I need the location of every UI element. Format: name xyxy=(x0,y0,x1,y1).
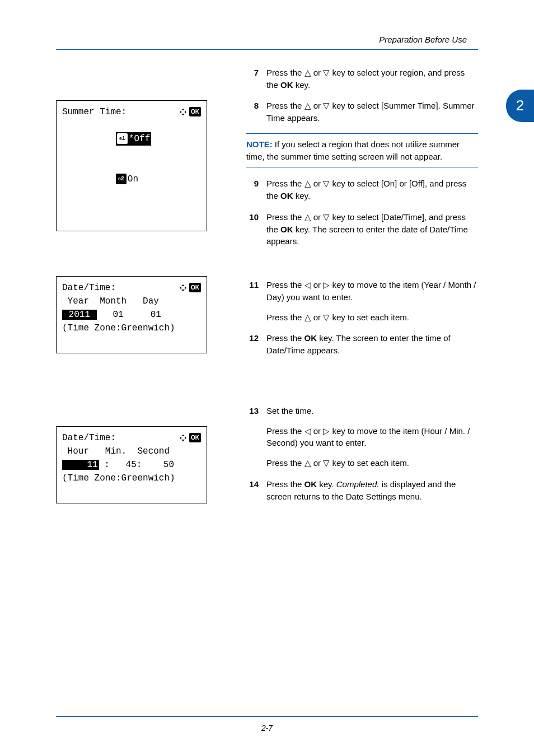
right-triangle-icon xyxy=(323,279,330,291)
step-11: 11 Press the or key to move to the item … xyxy=(246,279,478,323)
up-triangle-icon xyxy=(305,100,311,112)
step-number: 9 xyxy=(246,178,259,202)
step-8: 8 Press the or key to select [Summer Tim… xyxy=(246,100,478,124)
step-number: 10 xyxy=(246,211,259,248)
up-triangle-icon xyxy=(305,457,311,469)
step-14: 14 Press the OK key. Completed. is displ… xyxy=(246,478,478,503)
step-7: 7 Press the or key to select your region… xyxy=(246,67,478,91)
lcd2-year-selected: 2011 xyxy=(62,310,97,320)
lcd-nav-ok: OK xyxy=(179,283,201,292)
up-triangle-icon xyxy=(305,211,311,223)
lcd1-title: Summer Time: xyxy=(62,105,127,119)
lcd-time: Date/Time: OK Hour Min. Second 11 : 45: … xyxy=(56,426,207,503)
page-number: 2-7 xyxy=(0,722,534,734)
down-triangle-icon xyxy=(323,100,330,112)
lcd2-tz: (Time Zone:Greenwich) xyxy=(62,321,201,335)
lcd2-header-line: Year Month Day xyxy=(62,295,201,308)
right-triangle-icon xyxy=(323,425,330,437)
lcd-nav-ok: OK xyxy=(179,433,201,442)
step-body: Press the or key to select your region, … xyxy=(266,67,478,91)
step-13: 13 Set the time. Press the or key to mov… xyxy=(246,405,478,469)
ok-key: OK xyxy=(305,479,317,489)
up-triangle-icon xyxy=(305,67,311,79)
lcd-summer-time: Summer Time: OK 01*Off 02On xyxy=(56,100,207,231)
nav-cross-icon xyxy=(179,108,187,116)
lcd3-min-sec: : 45: 50 xyxy=(99,460,174,470)
nav-cross-icon xyxy=(179,434,187,442)
lcd2-title: Date/Time: xyxy=(62,281,116,295)
lcd2-month-day: 01 01 xyxy=(97,310,161,320)
note-box: NOTE: If you select a region that does n… xyxy=(246,133,478,168)
completed-text: Completed. xyxy=(336,479,380,489)
note-label: NOTE: xyxy=(246,139,273,149)
lcd3-tz: (Time Zone:Greenwich) xyxy=(62,472,201,485)
footer-divider xyxy=(56,716,478,717)
ok-key: OK xyxy=(305,333,317,343)
ok-badge: OK xyxy=(189,433,201,442)
step-body: Press the OK key. Completed. is displaye… xyxy=(266,478,478,503)
step-body: Press the or key to select [Summer Time]… xyxy=(266,100,478,124)
up-triangle-icon xyxy=(305,178,311,190)
step-body: Press the or key to select [Date/Time], … xyxy=(266,211,478,248)
left-triangle-icon xyxy=(305,279,311,291)
step-body: Set the time. Press the or key to move t… xyxy=(266,405,478,469)
note-text: If you select a region that does not uti… xyxy=(246,139,460,161)
lcd3-header-line: Hour Min. Second xyxy=(62,445,201,458)
chapter-number: 2 xyxy=(516,95,524,116)
lcd1-opt2: On xyxy=(128,174,138,184)
down-triangle-icon xyxy=(323,457,330,469)
nav-cross-icon xyxy=(179,284,187,292)
left-triangle-icon xyxy=(305,425,311,437)
step-body: Press the OK key. The screen to enter th… xyxy=(266,332,478,357)
lcd3-prefix xyxy=(62,460,86,470)
step-9: 9 Press the or key to select [On] or [Of… xyxy=(246,178,478,202)
ok-badge: OK xyxy=(189,283,201,292)
page-footer: 2-7 xyxy=(0,716,534,734)
down-triangle-icon xyxy=(323,311,330,324)
down-triangle-icon xyxy=(323,211,330,223)
lcd1-opt1: *Off xyxy=(129,134,150,144)
down-triangle-icon xyxy=(323,67,330,79)
step-body: Press the or key to move to the item (Ye… xyxy=(266,279,478,323)
ok-key: OK xyxy=(280,191,293,200)
step-body: Press the or key to select [On] or [Off]… xyxy=(266,178,478,202)
step-number: 8 xyxy=(246,100,259,124)
option-index-badge: 01 xyxy=(117,133,128,144)
down-triangle-icon xyxy=(323,178,330,190)
ok-key: OK xyxy=(280,225,293,234)
option-index-badge: 02 xyxy=(116,174,127,184)
step-12: 12 Press the OK key. The screen to enter… xyxy=(246,332,478,357)
step-number: 7 xyxy=(246,67,259,91)
lcd3-hour-selected: 11 xyxy=(86,460,99,470)
chapter-tab: 2 xyxy=(506,90,534,122)
page-header: Preparation Before Use xyxy=(0,0,534,46)
ok-badge: OK xyxy=(189,107,201,116)
step-number: 12 xyxy=(246,332,259,357)
step-number: 11 xyxy=(246,279,259,323)
ok-key: OK xyxy=(280,80,293,90)
step-number: 14 xyxy=(246,478,259,503)
header-title: Preparation Before Use xyxy=(379,35,467,44)
step-number: 13 xyxy=(246,405,259,469)
lcd-date: Date/Time: OK Year Month Day 2011 01 01 … xyxy=(56,276,207,353)
up-triangle-icon xyxy=(305,311,311,324)
step-10: 10 Press the or key to select [Date/Time… xyxy=(246,211,478,248)
lcd-nav-ok: OK xyxy=(179,107,201,116)
lcd3-title: Date/Time: xyxy=(62,431,116,445)
